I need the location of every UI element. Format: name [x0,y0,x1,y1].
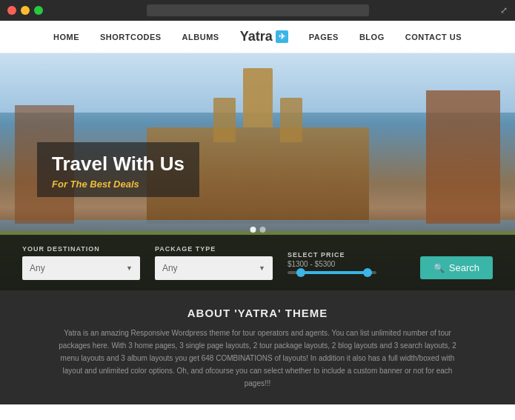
hero-section: Travel With Us For The Best Deals YOUR D… [0,53,515,290]
dot-2[interactable] [259,227,265,233]
hero-title: Travel With Us [52,153,185,176]
search-bar: YOUR DESTINATION Any Europe Asia Africa … [0,235,515,290]
price-slider-track[interactable] [288,271,376,274]
nav-item-pages[interactable]: PAGES [309,33,339,41]
destination-select-wrapper: Any Europe Asia Africa Americas [22,256,140,280]
nav-item-blog[interactable]: BLOG [359,33,385,41]
nav-logo-icon: ✈ [276,30,288,43]
nav-logo[interactable]: Yatra ✈ [240,29,288,44]
price-slider-handle-right[interactable] [363,268,372,277]
about-title: ABOUT 'YATRA' THEME [44,307,471,319]
search-icon: 🔍 [433,263,445,273]
search-button[interactable]: 🔍 Search [420,256,493,279]
temple-spire-left [213,98,236,142]
price-label: SELECT PRICE [288,251,405,259]
navbar: HOME SHORTCODES ALBUMS Yatra ✈ PAGES BLO… [0,21,515,53]
about-section: ABOUT 'YATRA' THEME Yatra is an amazing … [0,290,515,404]
nav-item-shortcodes[interactable]: SHORTCODES [100,33,162,41]
nav-item-contact[interactable]: CONTACT US [405,33,462,41]
hero-text-overlay: Travel With Us For The Best Deals [37,142,199,197]
expand-icon[interactable]: ⤢ [500,5,508,16]
nav-logo-text: Yatra [240,29,273,44]
package-select-wrapper: Any Adventure Family Honeymoon Budget [155,256,273,280]
nav-item-home[interactable]: HOME [53,33,79,41]
nav-item-albums[interactable]: ALBUMS [182,33,219,41]
price-slider-fill [296,271,372,274]
address-bar[interactable] [147,4,369,16]
destination-field: YOUR DESTINATION Any Europe Asia Africa … [22,245,140,280]
package-select[interactable]: Any Adventure Family Honeymoon Budget [155,256,273,280]
dot-1[interactable] [250,227,256,233]
scroll-indicators [250,227,265,233]
price-field: SELECT PRICE $1300 - $5300 [288,251,405,274]
package-field: PACKAGE TYPE Any Adventure Family Honeym… [155,245,273,280]
price-slider-handle-left[interactable] [296,268,305,277]
temple-spire-right [280,98,302,142]
package-label: PACKAGE TYPE [155,245,273,253]
site-wrapper: HOME SHORTCODES ALBUMS Yatra ✈ PAGES BLO… [0,21,515,420]
side-building-right [426,90,500,224]
destination-label: YOUR DESTINATION [22,245,140,253]
price-range-text: $1300 - $5300 [288,260,405,268]
maximize-button[interactable] [34,6,43,15]
close-button[interactable] [7,6,16,15]
window-chrome: ⤢ [0,0,515,21]
minimize-button[interactable] [21,6,30,15]
hero-subtitle: For The Best Deals [52,179,185,190]
search-button-label: Search [449,262,479,273]
about-text: Yatra is an amazing Responsive Wordpress… [50,327,465,390]
destination-select[interactable]: Any Europe Asia Africa Americas [22,256,140,280]
temple-spire [243,68,273,127]
